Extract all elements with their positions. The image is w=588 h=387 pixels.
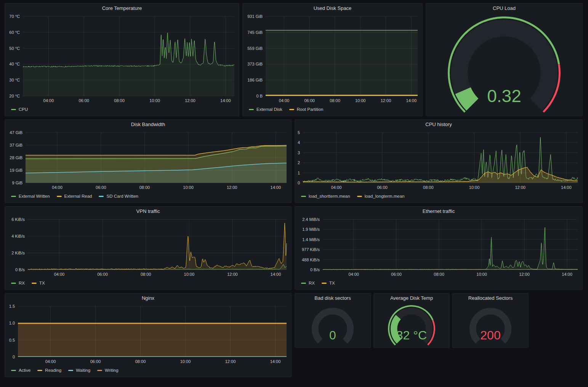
legend-item-active[interactable]: Active	[11, 368, 30, 373]
panel-nginx: Nginx 04:0006:0008:0010:0012:0014:0000.5…	[5, 293, 292, 377]
legend-color-dash	[249, 109, 254, 110]
panel-ethernet-traffic: Ethernet traffic 04:0006:0008:0010:0012:…	[295, 206, 583, 290]
legend-item-cpu[interactable]: CPU	[11, 107, 28, 112]
svg-text:4: 4	[298, 140, 300, 145]
reallocated_sectors-gauge-canvas: 200	[453, 303, 528, 347]
svg-text:14:00: 14:00	[271, 185, 281, 190]
svg-text:200: 200	[480, 328, 500, 342]
panel-average-disk-temp: Average Disk Temp 32 °C	[373, 293, 450, 348]
panel-cpu-history: CPU history 04:0006:0008:0010:0012:0014:…	[295, 119, 583, 203]
legend-item-external-written[interactable]: External Written	[11, 194, 50, 198]
panel-title-cpu-history[interactable]: CPU history	[295, 120, 582, 130]
svg-text:0 B/s: 0 B/s	[310, 267, 320, 272]
legend-item-tx[interactable]: TX	[322, 281, 335, 285]
used_disk_space-canvas[interactable]: 04:0006:0008:0010:0012:0014:000 B186 GiB…	[243, 13, 422, 104]
svg-text:04:00: 04:00	[348, 272, 359, 277]
panel-vpn-traffic: VPN traffic 04:0006:0008:0010:0012:0014:…	[5, 206, 292, 290]
core-temperature-legend: CPU	[5, 104, 239, 116]
panel-used-disk-space: Used Disk Space 04:0006:0008:0010:0012:0…	[242, 3, 423, 116]
legend-label: SD Card Written	[106, 194, 138, 198]
legend-item-external-read[interactable]: External Read	[57, 194, 92, 198]
svg-text:3: 3	[298, 150, 300, 155]
legend-item-writing[interactable]: Writing	[97, 368, 119, 373]
panel-title-used-disk-space[interactable]: Used Disk Space	[243, 3, 422, 13]
legend-label: External Read	[64, 194, 92, 198]
svg-text:08:00: 08:00	[114, 98, 125, 103]
legend-item-reading[interactable]: Reading	[37, 368, 61, 373]
legend-color-dash	[11, 196, 16, 197]
panel-reallocated-sectors: Reallocated Sectors 200	[452, 293, 529, 348]
svg-text:12:00: 12:00	[185, 98, 195, 103]
panel-core-temperature: Core Temperature 04:0006:0008:0010:0012:…	[5, 3, 239, 116]
vpn-traffic-chart[interactable]: 04:0006:0008:0010:0012:0014:000 B/s2 KiB…	[5, 216, 291, 278]
cpu_history-canvas[interactable]: 04:0006:0008:0010:0012:0014:00012345	[295, 130, 582, 191]
panel-title-cpu-load[interactable]: CPU Load	[426, 3, 582, 13]
panel-title-vpn-traffic[interactable]: VPN traffic	[5, 206, 291, 216]
panel-title-nginx[interactable]: Nginx	[5, 293, 291, 303]
avg_disk_temp-gauge-canvas: 32 °C	[374, 303, 449, 347]
legend-item-external-disk[interactable]: External Disk	[249, 107, 282, 112]
legend-item-root-partition[interactable]: Root Partition	[289, 107, 324, 112]
disk-bandwidth-legend: External WrittenExternal ReadSD Card Wri…	[5, 191, 291, 203]
panel-title-reallocated-sectors[interactable]: Reallocated Sectors	[453, 293, 528, 303]
svg-text:14:00: 14:00	[562, 272, 572, 277]
svg-text:08:00: 08:00	[423, 185, 434, 190]
legend-item-load-shortterm-mean[interactable]: load_shortterm.mean	[301, 194, 350, 198]
svg-text:488 KiB/s: 488 KiB/s	[302, 257, 320, 262]
svg-text:28 GiB: 28 GiB	[10, 155, 22, 160]
svg-text:977 KiB/s: 977 KiB/s	[302, 247, 320, 252]
svg-text:10:00: 10:00	[149, 98, 160, 103]
bad_disk_sectors-gauge-canvas: 0	[295, 303, 370, 347]
disk-bandwidth-chart[interactable]: 04:0006:0008:0010:0012:0014:009 GiB19 Gi…	[5, 130, 291, 191]
svg-text:1: 1	[298, 171, 300, 175]
bad-disk-sectors-gauge: 0	[295, 303, 370, 347]
legend-item-rx[interactable]: RX	[301, 281, 315, 285]
used-disk-space-legend: External DiskRoot Partition	[243, 104, 422, 116]
nginx-chart[interactable]: 04:0006:0008:0010:0012:0014:0000.51.01.5	[5, 303, 291, 365]
vpn_traffic-canvas[interactable]: 04:0006:0008:0010:0012:0014:000 B/s2 KiB…	[5, 216, 291, 278]
core_temperature-canvas[interactable]: 04:0006:0008:0010:0012:0014:0020 °C30 °C…	[5, 13, 239, 104]
legend-item-sd-card-written[interactable]: SD Card Written	[99, 194, 138, 198]
cpu-history-chart[interactable]: 04:0006:0008:0010:0012:0014:00012345	[295, 130, 582, 191]
core-temperature-chart[interactable]: 04:0006:0008:0010:0012:0014:0020 °C30 °C…	[5, 13, 239, 104]
legend-color-dash	[57, 196, 62, 197]
legend-label: load_shortterm.mean	[309, 194, 350, 198]
disk_bandwidth-canvas[interactable]: 04:0006:0008:0010:0012:0014:009 GiB19 Gi…	[5, 130, 291, 191]
svg-text:931 GiB: 931 GiB	[247, 14, 263, 19]
legend-color-dash	[289, 109, 294, 110]
legend-color-dash	[322, 283, 327, 284]
svg-text:186 GiB: 186 GiB	[247, 78, 263, 82]
nginx-canvas[interactable]: 04:0006:0008:0010:0012:0014:0000.51.01.5	[5, 303, 291, 365]
used-disk-space-chart[interactable]: 04:0006:0008:0010:0012:0014:000 B186 GiB…	[243, 13, 422, 104]
legend-label: TX	[329, 281, 335, 285]
svg-text:5: 5	[298, 130, 300, 135]
svg-text:30 °C: 30 °C	[9, 78, 20, 82]
panel-title-bad-disk-sectors[interactable]: Bad disk sectors	[295, 293, 370, 303]
panel-title-core-temperature[interactable]: Core Temperature	[5, 3, 239, 13]
svg-text:9 GiB: 9 GiB	[12, 181, 22, 185]
legend-label: External Disk	[256, 107, 282, 112]
svg-text:20 °C: 20 °C	[9, 94, 20, 98]
panel-title-disk-bandwidth[interactable]: Disk Bandwidth	[5, 120, 291, 130]
legend-color-dash	[301, 283, 306, 284]
ethernet-traffic-legend: RXTX	[295, 278, 582, 289]
legend-color-dash	[357, 196, 362, 197]
svg-text:10:00: 10:00	[355, 98, 366, 103]
panel-title-average-disk-temp[interactable]: Average Disk Temp	[374, 293, 449, 303]
svg-text:14:00: 14:00	[271, 272, 281, 277]
legend-color-dash	[11, 370, 16, 371]
legend-item-waiting[interactable]: Waiting	[68, 368, 90, 373]
ethernet-traffic-chart[interactable]: 04:0006:0008:0010:0012:0014:000 B/s488 K…	[295, 216, 582, 278]
ethernet_traffic-canvas[interactable]: 04:0006:0008:0010:0012:0014:000 B/s488 K…	[295, 216, 582, 278]
svg-text:2 KiB/s: 2 KiB/s	[11, 251, 25, 255]
svg-text:04:00: 04:00	[45, 359, 56, 364]
svg-text:08:00: 08:00	[434, 272, 444, 277]
legend-item-tx[interactable]: TX	[32, 281, 45, 285]
svg-text:1.4 MiB/s: 1.4 MiB/s	[302, 237, 320, 242]
legend-label: Reading	[45, 368, 61, 373]
legend-color-dash	[11, 283, 16, 284]
panel-title-ethernet-traffic[interactable]: Ethernet traffic	[295, 206, 582, 216]
svg-text:10:00: 10:00	[469, 185, 480, 190]
legend-item-rx[interactable]: RX	[11, 281, 25, 285]
legend-item-load-longterm-mean[interactable]: load_longterm.mean	[357, 194, 405, 198]
